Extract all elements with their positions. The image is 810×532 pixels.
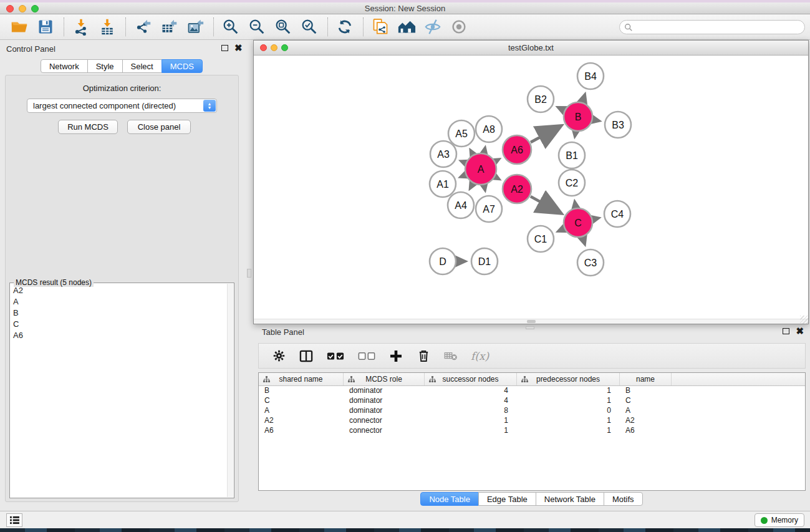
list-icon: [10, 516, 19, 525]
result-scrollbar[interactable]: [227, 284, 233, 497]
table-row[interactable]: Bdominator41B: [259, 386, 805, 396]
column-tree-icon: [263, 376, 270, 383]
node-label-A3: A3: [437, 149, 450, 160]
result-item[interactable]: A6: [11, 331, 226, 342]
column-header-predecessor-nodes[interactable]: predecessor nodes: [517, 373, 620, 385]
task-history-button[interactable]: [6, 513, 22, 527]
desktop-wallpaper-strip: [0, 528, 810, 532]
function-builder-icon[interactable]: f(x): [471, 350, 489, 362]
result-item[interactable]: A: [11, 297, 226, 308]
tab-style[interactable]: Style: [87, 59, 123, 73]
edge-A-A7[interactable]: [484, 185, 485, 189]
table-row[interactable]: Cdominator41C: [259, 396, 805, 406]
table-panel-controls: ✖: [783, 328, 804, 334]
delete-table-icon[interactable]: [443, 349, 458, 364]
tab-motifs[interactable]: Motifs: [604, 492, 643, 506]
zoom-out-icon[interactable]: [246, 16, 268, 37]
delete-row-icon[interactable]: [416, 349, 431, 364]
node-label-C3: C3: [584, 258, 597, 268]
column-header-name[interactable]: name: [620, 373, 672, 385]
network-hscrollbar[interactable]: [254, 319, 808, 324]
close-panel-icon[interactable]: ✖: [234, 45, 243, 51]
column-header-shared-name[interactable]: shared name: [259, 373, 344, 385]
deselect-all-icon[interactable]: [357, 349, 376, 364]
export-image-icon[interactable]: [185, 16, 206, 37]
close-panel-button[interactable]: Close panel: [127, 120, 191, 134]
columns-icon[interactable]: [299, 349, 314, 364]
close-panel-icon[interactable]: ✖: [796, 328, 804, 334]
edge-C-C3[interactable]: [582, 238, 584, 244]
export-table-icon[interactable]: [158, 16, 180, 37]
mcds-result-list[interactable]: A2ABCA6: [11, 286, 226, 496]
result-item[interactable]: A2: [11, 286, 226, 297]
add-row-icon[interactable]: [388, 349, 403, 364]
tab-network-table[interactable]: Network Table: [536, 492, 604, 506]
network-canvas[interactable]: B4B2BB3A5A8A6B1A3AC2A1A2A4A7C4CC1C3DD1: [254, 56, 808, 324]
cell-predecessor-nodes: 1: [517, 416, 620, 426]
edge-C-C4[interactable]: [593, 218, 597, 220]
float-panel-icon[interactable]: [783, 328, 789, 334]
tab-select[interactable]: Select: [122, 59, 162, 73]
import-table-icon[interactable]: [97, 16, 118, 37]
search-input[interactable]: [633, 22, 804, 33]
tab-mcds[interactable]: MCDS: [162, 59, 203, 73]
show-eye-icon[interactable]: [448, 16, 470, 37]
edge-A-A4[interactable]: [470, 184, 472, 188]
home-icon[interactable]: [396, 16, 417, 37]
edge-A-A6[interactable]: [496, 160, 498, 161]
tab-edge-table[interactable]: Edge Table: [478, 492, 536, 506]
edge-A-A8[interactable]: [484, 148, 485, 152]
node-label-A7: A7: [483, 204, 495, 215]
settings-gear-icon[interactable]: [271, 349, 286, 364]
zoom-in-icon[interactable]: [220, 16, 241, 37]
vertical-splitter-grip[interactable]: [247, 269, 251, 278]
network-title: testGlobe.txt: [254, 43, 808, 52]
save-session-icon[interactable]: [35, 16, 56, 37]
column-header-MCDS-role[interactable]: MCDS role: [344, 373, 425, 385]
duplicate-network-icon[interactable]: [370, 16, 391, 37]
mcds-result-box: MCDS result (5 nodes) A2ABCA6: [9, 283, 234, 498]
edge-C-C1[interactable]: [559, 229, 564, 231]
network-graph[interactable]: B4B2BB3A5A8A6B1A3AC2A1A2A4A7C4CC1C3DD1: [254, 56, 808, 319]
column-tree-icon: [521, 376, 528, 383]
table-row[interactable]: A2connector11A2: [259, 416, 805, 426]
edge-B-B2[interactable]: [559, 108, 564, 110]
result-item[interactable]: C: [11, 319, 226, 331]
zoom-fit-icon[interactable]: [272, 16, 294, 37]
result-item[interactable]: B: [11, 308, 226, 319]
edge-B-B1[interactable]: [575, 132, 576, 136]
edge-A-A2[interactable]: [496, 177, 499, 179]
open-session-icon[interactable]: [9, 16, 30, 37]
refresh-layout-icon[interactable]: [334, 16, 355, 37]
edge-A-A3[interactable]: [462, 162, 465, 163]
network-window-titlebar[interactable]: testGlobe.txt: [254, 41, 808, 56]
tab-node-table[interactable]: Node Table: [420, 492, 479, 506]
edge-B-B4[interactable]: [582, 95, 584, 102]
criterion-dropdown[interactable]: largest connected component (directed) ▲…: [27, 99, 217, 113]
memory-button[interactable]: Memory: [755, 513, 804, 527]
node-label-D1: D1: [478, 256, 491, 267]
criterion-value: largest connected component (directed): [33, 101, 176, 110]
table-row[interactable]: A6connector11A6: [259, 426, 805, 436]
edge-A6-B[interactable]: [531, 127, 559, 142]
run-mcds-button[interactable]: Run MCDS: [58, 120, 118, 134]
edge-A-A1[interactable]: [461, 175, 465, 177]
hscroll-thumb[interactable]: [527, 320, 536, 323]
search-field[interactable]: [619, 20, 805, 34]
select-all-icon[interactable]: [326, 349, 345, 364]
resize-grip-icon[interactable]: [800, 316, 808, 324]
export-network-icon[interactable]: [132, 16, 153, 37]
tab-network[interactable]: Network: [41, 59, 88, 73]
node-table[interactable]: shared nameMCDS rolesuccessor nodesprede…: [258, 372, 806, 491]
edge-B-B3[interactable]: [593, 120, 598, 121]
hide-eye-icon[interactable]: [422, 16, 443, 37]
zoom-selected-icon[interactable]: [299, 16, 320, 37]
column-header-successor-nodes[interactable]: successor nodes: [425, 373, 517, 385]
import-network-icon[interactable]: [70, 16, 92, 37]
float-panel-icon[interactable]: [221, 45, 228, 51]
edge-A-A5[interactable]: [471, 151, 473, 154]
cell-successor-nodes: 1: [425, 416, 517, 426]
table-row[interactable]: Adominator80A: [259, 406, 805, 416]
edge-A2-C[interactable]: [531, 196, 559, 213]
edge-C-C2[interactable]: [575, 203, 576, 208]
